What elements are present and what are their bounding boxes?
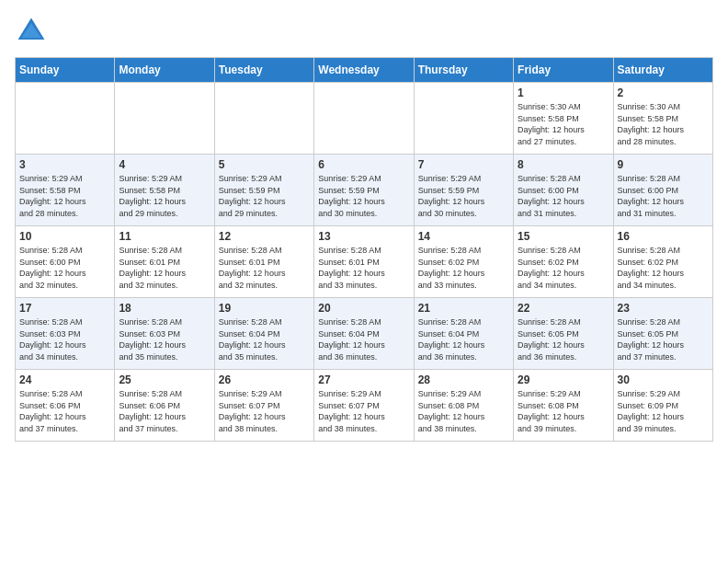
day-info: Sunrise: 5:28 AM Sunset: 6:01 PM Dayligh… bbox=[119, 245, 210, 291]
day-number: 27 bbox=[318, 373, 409, 386]
day-info: Sunrise: 5:28 AM Sunset: 6:01 PM Dayligh… bbox=[318, 245, 409, 291]
day-number: 10 bbox=[19, 230, 110, 243]
weekday-sunday: Sunday bbox=[16, 58, 115, 83]
day-info: Sunrise: 5:30 AM Sunset: 5:58 PM Dayligh… bbox=[518, 101, 609, 147]
day-number: 17 bbox=[19, 302, 110, 315]
calendar-cell: 13Sunrise: 5:28 AM Sunset: 6:01 PM Dayli… bbox=[314, 226, 414, 298]
day-number: 11 bbox=[119, 230, 210, 243]
calendar-cell bbox=[16, 83, 115, 155]
day-number: 15 bbox=[518, 230, 609, 243]
calendar-cell: 26Sunrise: 5:29 AM Sunset: 6:07 PM Dayli… bbox=[214, 370, 313, 442]
calendar-week-3: 10Sunrise: 5:28 AM Sunset: 6:00 PM Dayli… bbox=[16, 226, 713, 298]
day-number: 4 bbox=[119, 158, 210, 171]
weekday-header-row: SundayMondayTuesdayWednesdayThursdayFrid… bbox=[16, 58, 713, 83]
day-info: Sunrise: 5:29 AM Sunset: 6:08 PM Dayligh… bbox=[518, 388, 609, 434]
day-info: Sunrise: 5:28 AM Sunset: 6:03 PM Dayligh… bbox=[19, 316, 110, 362]
calendar-week-2: 3Sunrise: 5:29 AM Sunset: 5:58 PM Daylig… bbox=[16, 155, 713, 226]
calendar-cell: 22Sunrise: 5:28 AM Sunset: 6:05 PM Dayli… bbox=[514, 298, 613, 370]
day-number: 25 bbox=[119, 373, 210, 386]
day-number: 18 bbox=[119, 302, 210, 315]
day-number: 16 bbox=[618, 230, 709, 243]
day-info: Sunrise: 5:29 AM Sunset: 6:07 PM Dayligh… bbox=[219, 388, 310, 434]
calendar-cell: 27Sunrise: 5:29 AM Sunset: 6:07 PM Dayli… bbox=[314, 370, 414, 442]
calendar-cell: 30Sunrise: 5:29 AM Sunset: 6:09 PM Dayli… bbox=[613, 370, 712, 442]
weekday-thursday: Thursday bbox=[414, 58, 513, 83]
calendar-header: SundayMondayTuesdayWednesdayThursdayFrid… bbox=[16, 58, 713, 83]
calendar-cell bbox=[214, 83, 313, 155]
calendar-cell: 5Sunrise: 5:29 AM Sunset: 5:59 PM Daylig… bbox=[214, 155, 313, 226]
calendar-cell bbox=[115, 83, 214, 155]
day-info: Sunrise: 5:28 AM Sunset: 6:00 PM Dayligh… bbox=[618, 173, 709, 219]
calendar-cell: 24Sunrise: 5:28 AM Sunset: 6:06 PM Dayli… bbox=[16, 370, 115, 442]
day-number: 6 bbox=[318, 158, 409, 171]
day-number: 28 bbox=[418, 373, 509, 386]
day-info: Sunrise: 5:29 AM Sunset: 5:59 PM Dayligh… bbox=[318, 173, 409, 219]
day-info: Sunrise: 5:28 AM Sunset: 6:04 PM Dayligh… bbox=[219, 316, 310, 362]
calendar-week-1: 1Sunrise: 5:30 AM Sunset: 5:58 PM Daylig… bbox=[16, 83, 713, 155]
day-info: Sunrise: 5:28 AM Sunset: 6:02 PM Dayligh… bbox=[418, 245, 509, 291]
day-info: Sunrise: 5:29 AM Sunset: 5:58 PM Dayligh… bbox=[119, 173, 210, 219]
calendar-cell: 20Sunrise: 5:28 AM Sunset: 6:04 PM Dayli… bbox=[314, 298, 414, 370]
day-info: Sunrise: 5:28 AM Sunset: 6:02 PM Dayligh… bbox=[618, 245, 709, 291]
calendar-week-4: 17Sunrise: 5:28 AM Sunset: 6:03 PM Dayli… bbox=[16, 298, 713, 370]
calendar-cell: 25Sunrise: 5:28 AM Sunset: 6:06 PM Dayli… bbox=[115, 370, 214, 442]
day-info: Sunrise: 5:28 AM Sunset: 6:05 PM Dayligh… bbox=[618, 316, 709, 362]
day-info: Sunrise: 5:28 AM Sunset: 6:00 PM Dayligh… bbox=[518, 173, 609, 219]
day-info: Sunrise: 5:28 AM Sunset: 6:02 PM Dayligh… bbox=[518, 245, 609, 291]
day-number: 2 bbox=[618, 86, 709, 99]
logo-icon bbox=[15, 15, 48, 48]
day-number: 12 bbox=[219, 230, 310, 243]
weekday-saturday: Saturday bbox=[613, 58, 712, 83]
day-number: 22 bbox=[518, 302, 609, 315]
day-number: 23 bbox=[618, 302, 709, 315]
calendar-cell: 19Sunrise: 5:28 AM Sunset: 6:04 PM Dayli… bbox=[214, 298, 313, 370]
calendar-cell: 15Sunrise: 5:28 AM Sunset: 6:02 PM Dayli… bbox=[514, 226, 613, 298]
calendar-cell: 14Sunrise: 5:28 AM Sunset: 6:02 PM Dayli… bbox=[414, 226, 513, 298]
day-number: 5 bbox=[219, 158, 310, 171]
day-number: 13 bbox=[318, 230, 409, 243]
day-number: 19 bbox=[219, 302, 310, 315]
day-info: Sunrise: 5:28 AM Sunset: 6:06 PM Dayligh… bbox=[19, 388, 110, 434]
calendar-cell: 21Sunrise: 5:28 AM Sunset: 6:04 PM Dayli… bbox=[414, 298, 513, 370]
day-info: Sunrise: 5:29 AM Sunset: 5:59 PM Dayligh… bbox=[219, 173, 310, 219]
calendar-cell bbox=[314, 83, 414, 155]
calendar-cell: 1Sunrise: 5:30 AM Sunset: 5:58 PM Daylig… bbox=[514, 83, 613, 155]
calendar-cell: 8Sunrise: 5:28 AM Sunset: 6:00 PM Daylig… bbox=[514, 155, 613, 226]
day-info: Sunrise: 5:29 AM Sunset: 5:59 PM Dayligh… bbox=[418, 173, 509, 219]
day-info: Sunrise: 5:28 AM Sunset: 6:01 PM Dayligh… bbox=[219, 245, 310, 291]
calendar-cell: 7Sunrise: 5:29 AM Sunset: 5:59 PM Daylig… bbox=[414, 155, 513, 226]
day-info: Sunrise: 5:29 AM Sunset: 6:09 PM Dayligh… bbox=[618, 388, 709, 434]
calendar-body: 1Sunrise: 5:30 AM Sunset: 5:58 PM Daylig… bbox=[16, 83, 713, 442]
page-header bbox=[15, 15, 713, 48]
weekday-tuesday: Tuesday bbox=[214, 58, 313, 83]
calendar-cell: 3Sunrise: 5:29 AM Sunset: 5:58 PM Daylig… bbox=[16, 155, 115, 226]
day-info: Sunrise: 5:28 AM Sunset: 6:05 PM Dayligh… bbox=[518, 316, 609, 362]
weekday-monday: Monday bbox=[115, 58, 214, 83]
calendar-cell: 4Sunrise: 5:29 AM Sunset: 5:58 PM Daylig… bbox=[115, 155, 214, 226]
day-info: Sunrise: 5:28 AM Sunset: 6:03 PM Dayligh… bbox=[119, 316, 210, 362]
day-info: Sunrise: 5:28 AM Sunset: 6:00 PM Dayligh… bbox=[19, 245, 110, 291]
day-info: Sunrise: 5:28 AM Sunset: 6:04 PM Dayligh… bbox=[418, 316, 509, 362]
weekday-wednesday: Wednesday bbox=[314, 58, 414, 83]
day-number: 21 bbox=[418, 302, 509, 315]
calendar-cell bbox=[414, 83, 513, 155]
calendar-cell: 28Sunrise: 5:29 AM Sunset: 6:08 PM Dayli… bbox=[414, 370, 513, 442]
day-info: Sunrise: 5:29 AM Sunset: 6:07 PM Dayligh… bbox=[318, 388, 409, 434]
day-info: Sunrise: 5:30 AM Sunset: 5:58 PM Dayligh… bbox=[618, 101, 709, 147]
logo bbox=[15, 15, 51, 48]
calendar-cell: 9Sunrise: 5:28 AM Sunset: 6:00 PM Daylig… bbox=[613, 155, 712, 226]
calendar-cell: 2Sunrise: 5:30 AM Sunset: 5:58 PM Daylig… bbox=[613, 83, 712, 155]
day-number: 3 bbox=[19, 158, 110, 171]
day-number: 9 bbox=[618, 158, 709, 171]
calendar-cell: 10Sunrise: 5:28 AM Sunset: 6:00 PM Dayli… bbox=[16, 226, 115, 298]
day-number: 26 bbox=[219, 373, 310, 386]
day-info: Sunrise: 5:28 AM Sunset: 6:04 PM Dayligh… bbox=[318, 316, 409, 362]
day-info: Sunrise: 5:29 AM Sunset: 6:08 PM Dayligh… bbox=[418, 388, 509, 434]
day-info: Sunrise: 5:29 AM Sunset: 5:58 PM Dayligh… bbox=[19, 173, 110, 219]
calendar-cell: 11Sunrise: 5:28 AM Sunset: 6:01 PM Dayli… bbox=[115, 226, 214, 298]
calendar-cell: 23Sunrise: 5:28 AM Sunset: 6:05 PM Dayli… bbox=[613, 298, 712, 370]
day-number: 1 bbox=[518, 86, 609, 99]
day-number: 24 bbox=[19, 373, 110, 386]
day-number: 20 bbox=[318, 302, 409, 315]
day-number: 30 bbox=[618, 373, 709, 386]
